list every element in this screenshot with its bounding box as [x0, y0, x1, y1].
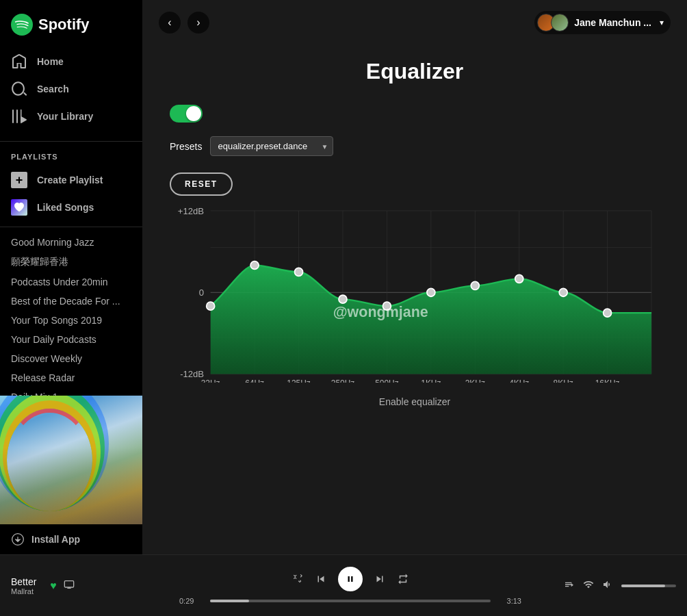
- eq-handle-8[interactable]: [559, 288, 567, 296]
- heart-button[interactable]: ♥: [50, 580, 57, 592]
- devices-button[interactable]: [583, 579, 594, 592]
- svg-text:8KHz: 8KHz: [554, 378, 573, 382]
- topbar-nav: ‹ ›: [159, 12, 209, 34]
- playlist-item[interactable]: Best of the Decade For ...: [0, 292, 142, 311]
- progress-fill: [210, 600, 249, 602]
- dropdown-arrow-icon: ▾: [660, 18, 664, 27]
- eq-handle-0[interactable]: [207, 302, 215, 310]
- presets-row: Presets equalizer.preset.dance equalizer…: [170, 136, 660, 156]
- spotify-text: Spotify: [38, 16, 90, 34]
- sidebar: Spotify Home Search Your Library: [0, 0, 142, 554]
- now-playing-section: Better Mallrat ♥: [11, 576, 161, 595]
- library-label: Your Library: [37, 111, 93, 122]
- equalizer-page: Equalizer Presets equalizer.preset.dance…: [142, 45, 687, 554]
- track-title: Better: [11, 576, 36, 587]
- reset-button[interactable]: RESET: [170, 172, 233, 196]
- pause-button[interactable]: [338, 567, 363, 591]
- liked-songs-item[interactable]: Liked Songs: [0, 194, 142, 221]
- playlist-item[interactable]: Good Morning Jazz: [0, 233, 142, 252]
- now-playing-actions: ♥: [50, 579, 75, 592]
- spotify-logo-icon: [11, 14, 33, 36]
- presets-label: Presets: [170, 141, 202, 152]
- home-icon: [11, 53, 27, 70]
- install-app-label: Install App: [31, 534, 80, 545]
- svg-text:250Hz: 250Hz: [331, 378, 355, 382]
- back-button[interactable]: ‹: [159, 12, 181, 34]
- svg-point-0: [11, 14, 33, 36]
- spotify-logo[interactable]: Spotify: [0, 0, 142, 42]
- playlist-divider: [0, 227, 142, 227]
- search-label: Search: [37, 84, 69, 94]
- liked-songs-icon: [11, 199, 27, 216]
- eq-handle-1[interactable]: [250, 261, 259, 270]
- plus-icon: +: [11, 172, 27, 188]
- time-current: 0:29: [179, 597, 203, 605]
- progress-track[interactable]: [210, 600, 491, 602]
- screen-button[interactable]: [64, 579, 75, 592]
- playlist-item[interactable]: Your Daily Podcasts: [0, 330, 142, 349]
- queue-button[interactable]: [564, 579, 575, 592]
- watermark-text: @wongmjane: [333, 304, 428, 320]
- volume-icon[interactable]: [602, 579, 613, 593]
- eq-toggle[interactable]: [170, 105, 203, 123]
- enable-eq-label: Enable equalizer: [170, 396, 660, 407]
- home-label: Home: [37, 56, 64, 67]
- volume-slider[interactable]: [621, 585, 676, 587]
- playlist-item[interactable]: Daily Mix 1: [0, 387, 142, 396]
- svg-text:4KHz: 4KHz: [509, 378, 529, 382]
- eq-handle-3[interactable]: [339, 295, 347, 303]
- playlist-item[interactable]: 願榮耀歸香港: [0, 252, 142, 272]
- sidebar-item-library[interactable]: Your Library: [0, 103, 142, 130]
- playlist-item[interactable]: Discover Weekly: [0, 349, 142, 368]
- topbar: ‹ › Jane Manchun ... ▾: [142, 0, 687, 45]
- eq-handle-7[interactable]: [515, 274, 523, 283]
- progress-bar-row: 0:29 3:13: [179, 597, 521, 605]
- create-playlist-item[interactable]: + Create Playlist: [0, 166, 142, 194]
- player-center: 0:29 3:13: [161, 567, 539, 605]
- avatar-2: [551, 14, 569, 31]
- eq-handle-6[interactable]: [471, 281, 479, 290]
- track-artist: Mallrat: [11, 587, 36, 595]
- liked-songs-label: Liked Songs: [37, 202, 94, 213]
- presets-select[interactable]: equalizer.preset.dance equalizer.preset.…: [210, 136, 333, 156]
- presets-wrapper: equalizer.preset.dance equalizer.preset.…: [210, 136, 333, 156]
- toggle-knob: [186, 106, 201, 121]
- playlist-item[interactable]: Your Top Songs 2019: [0, 311, 142, 330]
- download-icon: [11, 532, 25, 546]
- player-controls: [291, 567, 409, 591]
- equalizer-title: Equalizer: [170, 59, 660, 84]
- eq-handle-2[interactable]: [295, 268, 303, 276]
- forward-button[interactable]: ›: [187, 12, 209, 34]
- svg-text:2KHz: 2KHz: [465, 378, 485, 382]
- library-icon: [11, 108, 27, 125]
- next-button[interactable]: [374, 573, 386, 585]
- eq-handle-5[interactable]: [427, 288, 435, 296]
- prev-button[interactable]: [315, 573, 327, 585]
- playlist-list: Good Morning Jazz 願榮耀歸香港 Podcasts Under …: [0, 233, 142, 396]
- thumbnail-image: [0, 396, 142, 524]
- svg-text:64Hz: 64Hz: [245, 378, 264, 382]
- install-app-item[interactable]: Install App: [0, 524, 142, 554]
- time-total: 3:13: [497, 597, 521, 605]
- svg-rect-27: [64, 581, 73, 587]
- db-zero-label: 0: [199, 287, 204, 298]
- user-menu[interactable]: Jane Manchun ... ▾: [534, 11, 671, 34]
- svg-text:16KHz: 16KHz: [595, 378, 620, 382]
- svg-text:1KHz: 1KHz: [421, 378, 441, 382]
- sidebar-item-search[interactable]: Search: [0, 75, 142, 103]
- user-name: Jane Manchun ...: [574, 17, 651, 28]
- nav-divider: [0, 141, 142, 142]
- playlist-item[interactable]: Release Radar: [0, 368, 142, 387]
- eq-chart: +12dB 0 -12dB @wongmjane 32Hz 64Hz 125Hz…: [170, 203, 660, 383]
- repeat-button[interactable]: [397, 573, 409, 585]
- sidebar-item-home[interactable]: Home: [0, 48, 142, 75]
- sidebar-thumbnail: [0, 396, 142, 524]
- playlists-section-label: PLAYLISTS: [0, 147, 142, 166]
- eq-handle-9[interactable]: [604, 309, 612, 317]
- eq-toggle-row: [170, 105, 660, 123]
- playlist-item[interactable]: Podcasts Under 20min: [0, 272, 142, 292]
- now-playing-info: Better Mallrat: [11, 576, 36, 595]
- db-max-label: +12dB: [178, 206, 205, 216]
- shuffle-button[interactable]: [291, 573, 304, 585]
- search-icon: [11, 81, 27, 97]
